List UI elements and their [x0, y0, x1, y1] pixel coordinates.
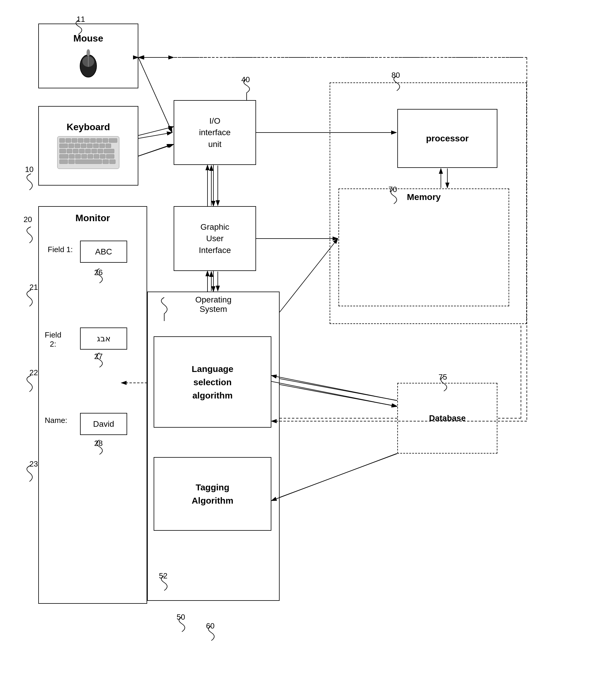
mouse-label: Mouse — [73, 33, 103, 44]
field1-label: Field 1: — [48, 245, 73, 254]
svg-rect-63 — [75, 159, 102, 164]
ref-28: 28 — [94, 439, 103, 448]
svg-rect-60 — [106, 154, 114, 158]
svg-rect-50 — [91, 149, 97, 153]
svg-rect-33 — [90, 138, 96, 142]
svg-line-2 — [138, 144, 174, 156]
svg-rect-41 — [87, 144, 92, 148]
svg-rect-45 — [59, 149, 66, 153]
svg-rect-53 — [59, 154, 68, 158]
ref-11: 11 — [76, 15, 85, 24]
svg-rect-62 — [69, 159, 74, 164]
processor-label: processor — [426, 134, 469, 143]
svg-line-68 — [138, 57, 172, 132]
monitor-box: 20Monitor Field 1: ABC Field2: אבג Name:… — [38, 206, 147, 604]
processor-box: processor — [397, 109, 497, 168]
svg-line-1 — [138, 127, 174, 136]
svg-rect-35 — [103, 138, 108, 142]
ref-50: 50 — [176, 613, 185, 622]
lang-algo-box: Languageselectionalgorithm — [154, 336, 271, 428]
keyboard-icon — [56, 135, 121, 170]
svg-rect-47 — [73, 149, 78, 153]
mouse-box: Mouse — [38, 24, 138, 88]
gui-label: GraphicUserInterface — [199, 221, 231, 256]
ref-80: 80 — [391, 71, 400, 80]
io-box: I/Ointerfaceunit — [174, 100, 256, 165]
svg-rect-30 — [72, 138, 77, 142]
svg-line-70 — [138, 144, 172, 156]
svg-rect-34 — [97, 138, 102, 142]
tagging-label: TaggingAlgorithm — [191, 481, 233, 507]
keyboard-label: Keyboard — [67, 122, 110, 132]
ref-40: 40 — [241, 75, 250, 84]
svg-rect-64 — [103, 159, 109, 164]
field2-box: אבג — [80, 327, 127, 350]
ref-21: 21 — [29, 283, 38, 292]
svg-rect-54 — [69, 154, 74, 158]
svg-rect-46 — [67, 149, 72, 153]
svg-point-26 — [87, 49, 90, 56]
ref-26: 26 — [94, 268, 103, 277]
svg-line-81 — [271, 376, 397, 401]
svg-line-79 — [280, 239, 338, 312]
svg-rect-55 — [75, 154, 81, 158]
svg-rect-61 — [59, 159, 68, 164]
svg-rect-59 — [100, 154, 105, 158]
svg-rect-38 — [69, 144, 74, 148]
svg-rect-40 — [81, 144, 86, 148]
diagram: Mouse 11 Keyboard — [0, 0, 616, 698]
mouse-icon — [76, 47, 100, 79]
svg-rect-56 — [82, 154, 87, 158]
ref-60: 60 — [206, 622, 215, 630]
ref-23: 23 — [29, 459, 38, 469]
svg-rect-39 — [75, 144, 80, 148]
svg-rect-32 — [84, 138, 89, 142]
gui-box: GraphicUserInterface — [174, 206, 256, 271]
svg-rect-65 — [110, 159, 115, 164]
svg-line-69 — [138, 132, 172, 138]
svg-rect-28 — [59, 138, 65, 142]
database-box: Database — [397, 383, 497, 453]
field1-box: ABC — [80, 241, 127, 263]
ref-10: 10 — [25, 165, 33, 174]
database-label: Database — [429, 414, 466, 423]
svg-rect-43 — [99, 144, 105, 148]
svg-rect-58 — [94, 154, 99, 158]
svg-rect-49 — [85, 149, 91, 153]
svg-rect-42 — [93, 144, 99, 148]
os-outer-box: OperatingSystem Languageselectionalgorit… — [147, 292, 280, 601]
svg-line-10 — [271, 377, 397, 401]
svg-line-11 — [271, 453, 397, 501]
keyboard-box: Keyboard — [38, 106, 138, 185]
io-label: I/Ointerfaceunit — [199, 115, 230, 150]
svg-line-80 — [271, 381, 397, 406]
name-box: David — [80, 413, 127, 435]
name-label: Name: — [45, 416, 67, 425]
svg-rect-51 — [98, 149, 103, 153]
ref-22: 22 — [29, 368, 38, 377]
svg-rect-52 — [104, 149, 114, 153]
tagging-box: TaggingAlgorithm — [154, 457, 271, 531]
svg-line-82 — [271, 453, 397, 501]
svg-rect-48 — [79, 149, 85, 153]
monitor-title: 20Monitor — [75, 213, 110, 224]
ref-20: 20 — [24, 215, 32, 224]
svg-line-9 — [271, 383, 397, 406]
os-label: OperatingSystem — [196, 295, 232, 314]
ref-52: 52 — [159, 571, 168, 581]
svg-rect-31 — [78, 138, 83, 142]
svg-rect-57 — [88, 154, 93, 158]
field2-label: Field2: — [45, 331, 61, 349]
ref-27: 27 — [94, 352, 103, 361]
ref-75: 75 — [439, 373, 447, 382]
ref-70: 70 — [388, 185, 397, 194]
memory-label: Memory — [407, 192, 441, 202]
memory-box: Memory — [339, 189, 509, 306]
svg-rect-29 — [66, 138, 71, 142]
svg-rect-36 — [109, 138, 117, 142]
lang-algo-label: Languageselectionalgorithm — [191, 362, 233, 402]
svg-rect-37 — [59, 144, 68, 148]
svg-rect-44 — [106, 144, 111, 148]
